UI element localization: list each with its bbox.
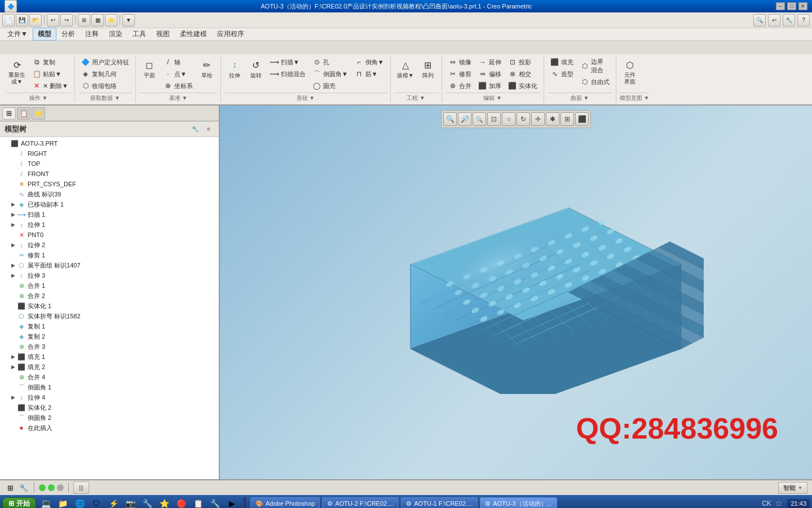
tree-expander[interactable]: ▶ (9, 271, 17, 279)
extrude-button[interactable]: ↕ 拉伸 (224, 56, 245, 81)
view-section-button[interactable]: ✱ (546, 112, 559, 126)
view-btn-1[interactable]: ⊞ (78, 14, 90, 27)
taskbar-icon-8[interactable]: ⭐ (157, 497, 171, 508)
menu-render[interactable]: 渲染 (104, 28, 127, 41)
start-button[interactable]: ⊞ 开始 (2, 497, 36, 509)
search-button[interactable]: 🔍 (753, 14, 766, 27)
tree-item[interactable]: ⊕合并 4 (0, 372, 219, 382)
component-interface-button[interactable]: ⬡ 元件界面 (620, 56, 640, 87)
view-normal-button[interactable]: ○ (502, 112, 515, 126)
status-handle[interactable]: ||| (73, 481, 89, 494)
zoom-out-button[interactable]: 🔎 (458, 112, 471, 126)
save-button[interactable]: 💾 (16, 14, 28, 27)
thicken-button[interactable]: ⬛ 加厚 (475, 80, 504, 91)
point-button[interactable]: · 点▼ (161, 68, 196, 80)
menu-model[interactable]: 模型 (33, 28, 56, 41)
tree-item[interactable]: ⬡实体折弯 标识1582 (0, 311, 219, 321)
boundary-blend-button[interactable]: ⬡ 边界混合 (577, 56, 612, 76)
3d-viewport[interactable]: 🔍 🔎 🔍 ⊡ ○ ↻ ✛ ✱ ⊞ ⬛ (220, 106, 812, 479)
taskbar-icon-3[interactable]: 🌐 (72, 497, 87, 508)
tree-settings-button[interactable]: 🔧 (189, 124, 201, 135)
view-display-button[interactable]: ⊞ (561, 112, 574, 126)
sweep-button[interactable]: ⟿ 扫描▼ (267, 56, 308, 68)
menu-file[interactable]: 文件▼ (2, 28, 33, 41)
round-button[interactable]: ⌒ 倒圆角▼ (310, 68, 351, 80)
taskbar-window-photoshop[interactable]: 🎨 Adobe Photoshop (250, 497, 320, 508)
plane-button[interactable]: ◻ 平面 (139, 56, 160, 81)
shrink-wrap-button[interactable]: ⬡ 收缩包络 (78, 80, 132, 91)
axis-button[interactable]: / 轴 (161, 56, 196, 68)
tree-item[interactable]: ✂修剪 1 (0, 250, 219, 260)
view-spin-button[interactable]: ↻ (517, 112, 530, 126)
tree-item[interactable]: ⊕合并 1 (0, 281, 219, 291)
intersect-button[interactable]: ⊗ 相交 (505, 68, 540, 80)
tree-expander[interactable]: ▶ (9, 221, 17, 229)
tree-menu-button[interactable]: ≡ (203, 124, 214, 135)
sketch-button[interactable]: ✏ 草绘 (197, 56, 217, 81)
menu-tools[interactable]: 工具 (127, 28, 151, 41)
tree-expander[interactable]: ▶ (9, 241, 17, 249)
hole-button[interactable]: ⊙ 孔 (310, 56, 351, 68)
close-button[interactable]: ✕ (798, 2, 807, 10)
tree-item[interactable]: ◈复制 1 (0, 321, 219, 331)
view-orient-button[interactable]: ⊡ (487, 112, 501, 126)
merge-button[interactable]: ⊕ 合并 (445, 80, 474, 91)
open-button[interactable]: 📂 (29, 14, 42, 27)
tree-item[interactable]: ▶⬡展平面组 标识1407 (0, 260, 219, 270)
taskbar-window-aotu3[interactable]: ⚙ AOTU-3（活动的）... (480, 497, 557, 508)
chamfer-button[interactable]: ⌐ 倒角▼ (352, 56, 387, 68)
tray-icon-box[interactable]: □ (774, 498, 784, 508)
panel-tab-tree[interactable]: ⊞ (2, 107, 16, 120)
tree-item[interactable]: ✕PNT0 (0, 230, 219, 240)
view-pan-button[interactable]: ✛ (531, 112, 545, 126)
tree-item[interactable]: ▶◈已移动副本 1 (0, 199, 219, 209)
taskbar-icon-5[interactable]: ⚡ (106, 497, 121, 508)
new-button[interactable]: 📄 (2, 14, 15, 27)
tree-item[interactable]: ▶↕拉伸 4 (0, 392, 219, 402)
taskbar-window-aotu2[interactable]: ⚙ AOTU-2 F:\CRE02.... (322, 497, 399, 508)
tree-item[interactable]: /TOP (0, 159, 219, 169)
tree-item[interactable]: ★在此插入 (0, 423, 219, 433)
zoom-fit-button[interactable]: 🔍 (473, 112, 486, 126)
blend-button[interactable]: ⟿ 扫描混合 (267, 68, 308, 80)
coordinate-button[interactable]: ⊕ 坐标系 (161, 80, 196, 91)
copy-button[interactable]: ⧉ 复制 (29, 56, 71, 68)
project-button[interactable]: ⊡ 投影 (505, 56, 540, 68)
taskbar-icon-10[interactable]: 📋 (191, 497, 205, 508)
tree-expander[interactable]: ▶ (9, 393, 17, 401)
menu-flexible[interactable]: 柔性建模 (175, 28, 212, 41)
intelligent-dropdown[interactable]: 智能 ▼ (778, 482, 807, 494)
minimize-button[interactable]: ─ (776, 2, 785, 10)
restore-button[interactable]: □ (787, 2, 796, 10)
regenerate-button[interactable]: ⟳ 重新生成▼ (6, 56, 28, 87)
tray-icon-ck[interactable]: CK (761, 498, 771, 508)
tree-item[interactable]: /RIGHT (0, 148, 219, 159)
shell-button[interactable]: ◯ 圆壳 (310, 80, 351, 91)
menu-analysis[interactable]: 分析 (56, 28, 80, 41)
trim-button[interactable]: ✂ 修剪 (445, 68, 474, 80)
panel-tab-favorites[interactable]: ⭐ (32, 107, 45, 120)
tree-expander[interactable]: ▶ (9, 200, 17, 208)
tree-item[interactable]: ▶⬛填充 1 (0, 352, 219, 362)
fill-button[interactable]: ⬛ 填充 (548, 56, 576, 68)
more-btn[interactable]: ▼ (122, 14, 135, 27)
tree-item[interactable]: ▶⟿扫描 1 (0, 209, 219, 220)
taskbar-window-aotu1[interactable]: ⚙ AOTU-1 F:\CRE02.... (401, 497, 478, 508)
tree-expander[interactable]: ▶ (9, 261, 17, 269)
zoom-in-button[interactable]: 🔍 (443, 112, 457, 126)
tree-item[interactable]: ⌒倒圆角 2 (0, 413, 219, 423)
status-icon-grid[interactable]: ⊞ (5, 482, 16, 493)
tree-item[interactable]: /FRONT (0, 169, 219, 179)
freestyle-button[interactable]: ⬡ 自由式 (577, 76, 612, 87)
menu-applications[interactable]: 应用程序 (212, 28, 249, 41)
view-btn-3[interactable]: ⭐ (105, 14, 117, 27)
tree-item[interactable]: ⌒倒圆角 1 (0, 382, 219, 392)
delete-button[interactable]: ✕ ✕ 删除▼ (29, 80, 71, 91)
taskbar-icon-2[interactable]: 📁 (55, 497, 70, 508)
status-icon-settings[interactable]: 🔧 (18, 482, 29, 493)
tree-item[interactable]: ∿曲线 标识39 (0, 189, 219, 199)
taskbar-icon-11[interactable]: 🔧 (208, 497, 222, 508)
rib-button[interactable]: ⊓ 筋▼ (352, 68, 387, 80)
taskbar-icon-1[interactable]: 💻 (38, 497, 53, 508)
offset-button[interactable]: ⥤ 偏移 (475, 68, 504, 80)
